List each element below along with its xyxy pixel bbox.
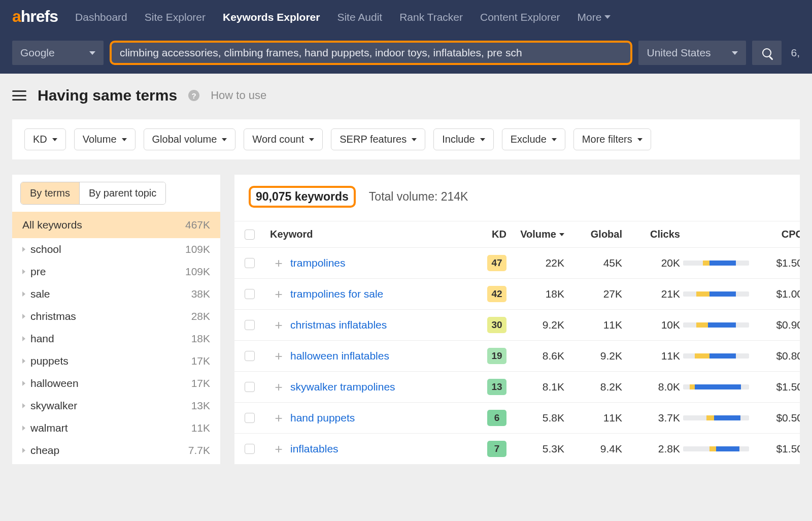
results-panel: 90,075 keywords Total volume: 214K Keywo… [234,175,800,464]
nav-item-content-explorer[interactable]: Content Explorer [480,11,560,23]
tab-by-terms[interactable]: By terms [21,182,80,204]
select-all-checkbox[interactable] [245,230,255,240]
tab-by-parent[interactable]: By parent topic [80,182,165,204]
keyword-input[interactable]: climbing accessories, climbing frames, h… [110,41,632,65]
sidebar-item-count: 11K [191,422,210,434]
cpc-cell: $0.80 [752,350,800,362]
total-volume: Total volume: 214K [369,190,468,204]
cpc-cell: $0.90 [752,319,800,331]
logo[interactable]: ahrefs [12,7,58,27]
add-icon[interactable]: + [270,379,287,395]
keyword-link[interactable]: christmas inflatables [290,319,463,331]
add-icon[interactable]: + [270,317,287,333]
sidebar-item-school[interactable]: school109K [12,238,220,260]
cpc-cell: $1.50 [752,257,800,269]
row-checkbox[interactable] [245,289,255,299]
col-volume[interactable]: Volume [510,229,564,240]
add-icon[interactable]: + [270,286,287,302]
keyword-link[interactable]: hand puppets [290,412,463,424]
col-global[interactable]: Global [567,229,622,240]
nav-item-keywords-explorer[interactable]: Keywords Explorer [223,11,320,23]
sidebar-item-label: halloween [30,377,79,389]
sidebar-item-christmas[interactable]: christmas28K [12,305,220,328]
clicks-bar [683,291,749,297]
filter-exclude[interactable]: Exclude [502,128,565,150]
sidebar-item-count: 18K [191,333,210,345]
sidebar-item-hand[interactable]: hand18K [12,328,220,350]
caret-right-icon [22,291,25,297]
help-icon[interactable]: ? [188,90,199,101]
row-checkbox[interactable] [245,413,255,423]
row-checkbox[interactable] [245,444,255,454]
clicks-bar [683,322,749,328]
sidebar-item-count: 17K [191,355,210,367]
filter-include[interactable]: Include [433,128,494,150]
nav-item-site-audit[interactable]: Site Audit [337,11,382,23]
add-icon[interactable]: + [270,255,287,271]
nav-item-rank-tracker[interactable]: Rank Tracker [399,11,463,23]
sidebar-item-pre[interactable]: pre109K [12,260,220,283]
sidebar-item-walmart[interactable]: walmart11K [12,417,220,439]
col-clicks[interactable]: Clicks [625,229,680,240]
add-icon[interactable]: + [270,441,287,457]
clicks-bar [683,446,749,451]
kd-badge: 6 [487,410,506,426]
search-engine-select[interactable]: Google [12,41,104,65]
chevron-down-icon [412,138,417,141]
nav-more[interactable]: More [578,11,611,23]
engine-label: Google [20,47,55,59]
table-row: +christmas inflatables309.2K11K10K$0.90 [234,309,800,340]
add-icon[interactable]: + [270,410,287,426]
sidebar-item-cheap[interactable]: cheap7.7K [12,439,220,462]
nav-item-site-explorer[interactable]: Site Explorer [145,11,206,23]
global-cell: 9.4K [567,443,622,455]
caret-right-icon [22,403,25,408]
filter-kd[interactable]: KD [24,128,66,150]
logo-a: a [12,7,21,25]
filter-serp-features[interactable]: SERP features [331,128,425,150]
keyword-link[interactable]: trampolines for sale [290,288,463,300]
col-cpc[interactable]: CPC [752,229,800,240]
row-checkbox[interactable] [245,320,255,330]
chevron-down-icon [52,138,57,141]
kd-badge: 47 [487,255,506,271]
col-kd[interactable]: KD [466,229,506,240]
sidebar-item-puppets[interactable]: puppets17K [12,350,220,372]
sidebar-item-halloween[interactable]: halloween17K [12,372,220,395]
sidebar: By terms By parent topic All keywords 46… [12,175,220,464]
row-checkbox[interactable] [245,351,255,361]
filter-more-filters[interactable]: More filters [573,128,651,150]
search-button[interactable] [752,41,782,65]
cpc-cell: $1.50 [752,443,800,455]
how-to-use-link[interactable]: How to use [211,89,266,102]
results-table: Keyword KD Volume Global Clicks CPC +tra… [234,221,800,464]
search-tail-text: 6, [788,47,800,59]
filter-volume[interactable]: Volume [74,128,136,150]
country-select[interactable]: United States [638,41,746,65]
keyword-link[interactable]: halloween inflatables [290,350,463,362]
clicks-cell: 10K [625,319,680,331]
global-cell: 27K [567,288,622,300]
add-icon[interactable]: + [270,348,287,364]
hamburger-icon[interactable] [12,90,26,101]
sidebar-item-label: puppets [30,355,69,367]
filter-global-volume[interactable]: Global volume [144,128,236,150]
chevron-down-icon [89,51,95,55]
page-title: Having same terms [38,87,177,104]
nav-item-dashboard[interactable]: Dashboard [75,11,127,23]
sidebar-item-label: skywalker [30,400,77,412]
sidebar-item-count: 17K [191,377,210,389]
sidebar-item-count: 109K [185,243,210,255]
sidebar-all-keywords[interactable]: All keywords 467K [12,212,220,238]
keyword-link[interactable]: skywalker trampolines [290,381,463,393]
sidebar-item-sale[interactable]: sale38K [12,283,220,305]
keyword-link[interactable]: trampolines [290,257,463,269]
sidebar-item-count: 7.7K [188,444,210,457]
row-checkbox[interactable] [245,258,255,268]
sidebar-item-skywalker[interactable]: skywalker13K [12,395,220,417]
row-checkbox[interactable] [245,382,255,392]
keyword-link[interactable]: inflatables [290,443,463,455]
cpc-cell: $1.00 [752,288,800,300]
filter-word-count[interactable]: Word count [244,128,323,150]
col-keyword[interactable]: Keyword [270,229,463,240]
